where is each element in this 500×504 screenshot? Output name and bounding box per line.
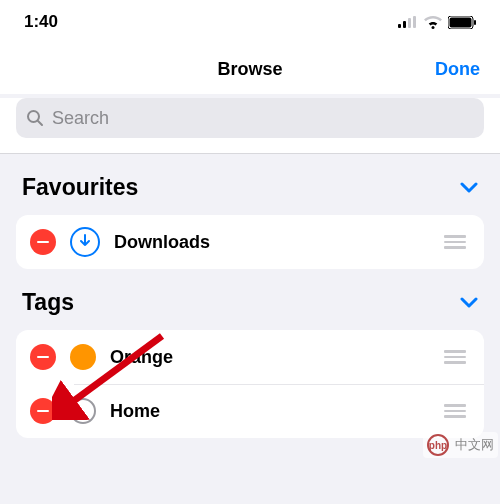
status-icons (398, 16, 476, 29)
nav-header: Browse Done (0, 44, 500, 94)
tags-title: Tags (22, 289, 74, 316)
delete-button[interactable] (30, 398, 56, 424)
chevron-down-icon (460, 297, 478, 309)
svg-line-9 (38, 121, 42, 125)
watermark: php 中文网 (423, 432, 498, 458)
chevron-down-icon (460, 182, 478, 194)
watermark-logo: php (427, 434, 449, 456)
page-title: Browse (217, 59, 282, 80)
svg-point-4 (432, 26, 435, 29)
delete-button[interactable] (30, 344, 56, 370)
row-label: Home (110, 401, 430, 422)
wifi-icon (424, 16, 442, 29)
drag-handle-icon[interactable] (444, 235, 470, 249)
tag-color-icon (70, 398, 96, 424)
svg-rect-1 (403, 21, 406, 28)
row-label: Downloads (114, 232, 430, 253)
favourites-card: Downloads (16, 215, 484, 269)
status-time: 1:40 (24, 12, 58, 32)
svg-rect-3 (413, 16, 416, 28)
tag-color-icon (70, 344, 96, 370)
battery-icon (448, 16, 476, 29)
search-placeholder: Search (52, 108, 109, 129)
list-item-downloads[interactable]: Downloads (16, 215, 484, 269)
list-item-tag-orange[interactable]: Orange (16, 330, 484, 384)
search-bar[interactable]: Search (16, 98, 484, 138)
svg-rect-6 (450, 17, 472, 27)
cellular-icon (398, 16, 418, 28)
tags-section-header[interactable]: Tags (0, 269, 500, 330)
tags-card: Orange Home (16, 330, 484, 438)
search-icon (26, 109, 44, 127)
done-button[interactable]: Done (435, 59, 480, 80)
delete-button[interactable] (30, 229, 56, 255)
svg-rect-2 (408, 18, 411, 28)
drag-handle-icon[interactable] (444, 404, 470, 418)
status-bar: 1:40 (0, 0, 500, 44)
drag-handle-icon[interactable] (444, 350, 470, 364)
download-icon (70, 227, 100, 257)
favourites-section-header[interactable]: Favourites (0, 154, 500, 215)
svg-rect-7 (474, 20, 476, 25)
favourites-title: Favourites (22, 174, 138, 201)
list-item-tag-home[interactable]: Home (16, 384, 484, 438)
svg-rect-0 (398, 24, 401, 28)
watermark-text: 中文网 (455, 436, 494, 454)
row-label: Orange (110, 347, 430, 368)
